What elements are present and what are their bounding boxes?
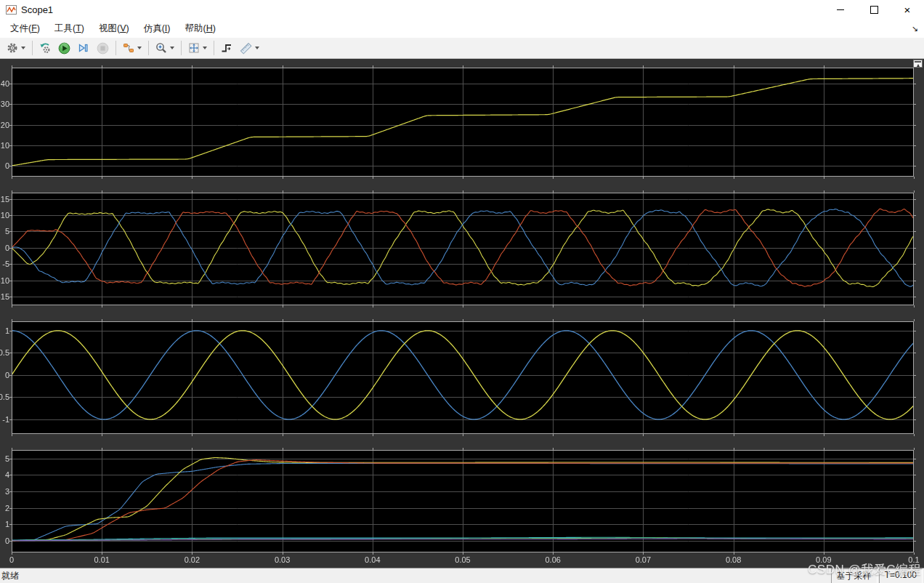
step-forward-button[interactable] bbox=[75, 39, 92, 57]
ruler-icon bbox=[240, 42, 252, 55]
menu-item-1[interactable]: 工具(T) bbox=[47, 20, 92, 38]
menu-item-4[interactable]: 帮助(H) bbox=[177, 20, 222, 38]
scope-panel-rotor-speed[interactable] bbox=[12, 68, 914, 177]
dock-arrow-icon[interactable]: ↘ bbox=[912, 24, 918, 33]
signal-blocks-icon bbox=[123, 42, 134, 54]
toolbar-separator bbox=[148, 41, 149, 55]
dropdown-arrow-icon bbox=[21, 47, 25, 49]
zoom-in-icon bbox=[155, 42, 167, 54]
menu-item-0[interactable]: 文件(F) bbox=[3, 20, 47, 38]
close-icon: × bbox=[904, 4, 911, 15]
step-forward-icon bbox=[78, 42, 89, 54]
menu-item-2[interactable]: 视图(V) bbox=[92, 20, 137, 38]
minimize-button[interactable] bbox=[824, 0, 857, 19]
signal-selector-button[interactable] bbox=[120, 39, 145, 57]
scope-panel-reference-waves[interactable] bbox=[12, 321, 914, 434]
dropdown-arrow-icon bbox=[203, 47, 207, 49]
window-title: Scope1 bbox=[21, 4, 53, 15]
toolbar bbox=[0, 38, 924, 59]
toolbar-separator bbox=[181, 41, 182, 55]
dropdown-arrow-icon bbox=[170, 47, 174, 49]
status-bar: 就绪 基于采样 T=0.100 bbox=[0, 568, 924, 583]
menu-bar: 文件(F)工具(T)视图(V)仿真(I)帮助(H) ↘ bbox=[0, 19, 924, 38]
toolbar-separator bbox=[32, 41, 33, 55]
zoom-button[interactable] bbox=[153, 39, 177, 57]
minimize-icon bbox=[837, 9, 844, 10]
title-bar: Scope1 × bbox=[0, 0, 924, 19]
scope-display-area bbox=[0, 59, 924, 568]
gear-icon bbox=[7, 42, 18, 54]
toolbar-separator bbox=[214, 41, 214, 55]
status-sample-mode: 基于采样 bbox=[831, 568, 878, 583]
span-button[interactable] bbox=[185, 39, 210, 57]
dropdown-arrow-icon bbox=[255, 47, 259, 49]
close-button[interactable]: × bbox=[891, 0, 924, 19]
dropdown-arrow-icon bbox=[137, 47, 142, 49]
fit-to-view-icon bbox=[188, 42, 200, 54]
goto-simulink-block-button[interactable] bbox=[36, 39, 54, 57]
run-button[interactable] bbox=[55, 39, 73, 57]
goto-block-icon bbox=[39, 42, 51, 54]
trigger-button[interactable] bbox=[218, 39, 235, 57]
scope-window-icon bbox=[6, 5, 17, 15]
toolbar-separator bbox=[115, 41, 116, 55]
scope-panel-stator-currents[interactable] bbox=[12, 193, 914, 305]
scope-panel-flux-currents[interactable] bbox=[12, 450, 914, 552]
status-ready-text: 就绪 bbox=[1, 570, 19, 582]
run-icon bbox=[58, 42, 70, 55]
maximize-icon bbox=[870, 6, 878, 14]
trigger-icon bbox=[221, 42, 232, 54]
measurements-button[interactable] bbox=[237, 39, 262, 57]
maximize-button[interactable] bbox=[857, 0, 891, 19]
panel-expand-icon[interactable] bbox=[913, 60, 923, 68]
menu-item-3[interactable]: 仿真(I) bbox=[137, 20, 178, 38]
stop-button[interactable] bbox=[94, 39, 112, 57]
settings-button[interactable] bbox=[4, 39, 28, 57]
stop-icon bbox=[97, 42, 109, 55]
status-sample-time: T=0.100 bbox=[879, 568, 923, 583]
